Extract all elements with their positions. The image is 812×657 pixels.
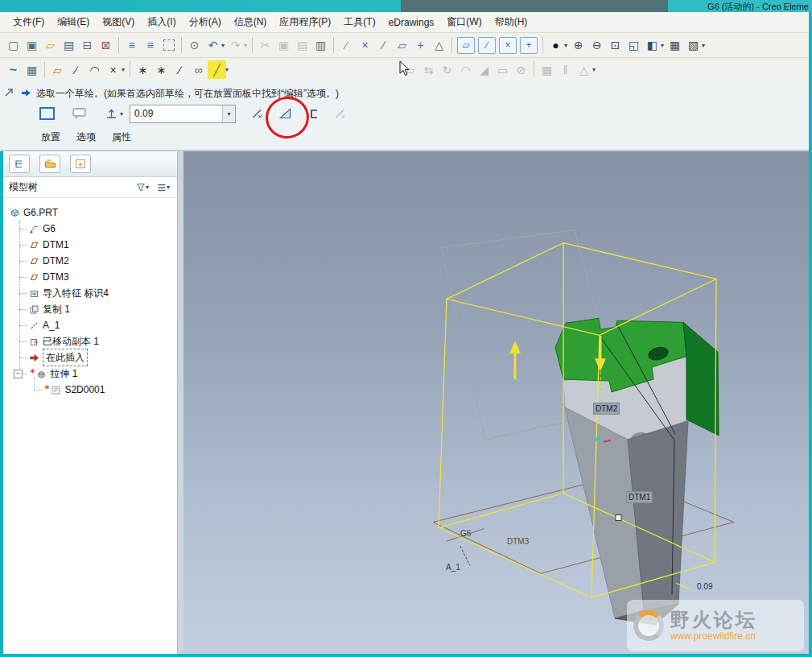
save-icon[interactable]: ▤ <box>60 36 78 55</box>
tree-item-3[interactable]: DTM2 <box>3 253 177 269</box>
select-box-icon[interactable] <box>159 36 178 55</box>
tree-item-7[interactable]: A_1 <box>3 317 177 333</box>
menu-item-10[interactable]: 帮助(H) <box>488 13 534 31</box>
datum-tag-G6[interactable]: G6 <box>459 528 472 539</box>
menu-item-0[interactable]: 文件(F) <box>6 13 51 31</box>
merge-tool-icon[interactable]: ∞ <box>189 60 208 79</box>
tree-item-label[interactable]: 已移动副本 1 <box>43 333 99 349</box>
sketch-collector-button[interactable] <box>37 105 56 123</box>
depth-value-combo[interactable]: 0.09 ▾ <box>130 105 236 123</box>
tree-item-label[interactable]: 复制 1 <box>43 301 70 317</box>
tree-item-label[interactable]: 导入特征 标识4 <box>43 285 109 301</box>
depth-value[interactable]: 0.09 <box>130 108 222 119</box>
dashboard-handle-icon[interactable] <box>4 86 14 101</box>
zoom-out-icon[interactable]: ⊖ <box>587 36 606 55</box>
shading-mode-icon[interactable]: ● <box>546 36 565 55</box>
menu-item-1[interactable]: 编辑(E) <box>51 13 96 31</box>
centerline-tool-icon[interactable]: ∕ <box>171 60 189 79</box>
print-icon[interactable]: ⊟ <box>78 36 97 55</box>
datum-tag-DTM3[interactable]: DTM3 <box>505 536 530 547</box>
sketch-tool-icon[interactable]: ∕ <box>337 36 356 55</box>
tree-item-label[interactable]: A_1 <box>43 317 60 333</box>
depth-type-dropdown[interactable]: ▾ <box>120 110 123 118</box>
tree-item-label[interactable]: 在此插入 <box>43 349 88 366</box>
line-tool-icon[interactable]: ∕ <box>67 60 85 79</box>
new-file-icon[interactable]: ▢ <box>4 36 23 55</box>
tree-filter-button[interactable]: ▾ <box>136 183 150 192</box>
undo-icon[interactable]: ↶ <box>204 36 222 55</box>
menu-item-8[interactable]: eDrawings <box>382 14 441 31</box>
axis-display-toggle[interactable]: ∕ <box>478 37 496 54</box>
options-bubble-button[interactable] <box>69 105 89 123</box>
point-tag-tool-icon[interactable]: ∗ <box>152 60 171 79</box>
dashboard-panel-tab-1[interactable]: 选项 <box>74 130 98 144</box>
dashboard-panel-tab-2[interactable]: 属性 <box>109 130 134 144</box>
depth-type-button[interactable] <box>101 105 121 123</box>
tree-item-6[interactable]: 复制 1 <box>3 301 177 317</box>
open-window-icon[interactable]: ▣ <box>23 36 41 55</box>
sketch-plane-icon[interactable]: ▱ <box>48 60 67 79</box>
flip-depth-direction-button[interactable] <box>247 105 266 123</box>
datum-tag-0.09[interactable]: 0.09 <box>695 581 714 592</box>
datum-tag-DTM1[interactable]: DTM1 <box>626 491 653 503</box>
tree-item-5[interactable]: 导入特征 标识4 <box>3 285 177 301</box>
tree-item-label[interactable]: G6 <box>43 221 56 237</box>
highlight-tool-dropdown[interactable]: ▾ <box>225 66 229 73</box>
favorites-button[interactable]: ∗ <box>70 155 91 173</box>
menu-item-6[interactable]: 应用程序(P) <box>273 13 337 31</box>
datum-csys-tool-icon[interactable]: + <box>411 36 430 55</box>
spline-tool-icon[interactable]: ~ <box>4 60 23 79</box>
navigator-tab-model-tree[interactable] <box>9 155 30 173</box>
point-display-toggle[interactable]: × <box>499 37 517 54</box>
regenerate-custom-icon[interactable]: ≡ <box>141 36 159 55</box>
drag-handle[interactable] <box>616 515 621 521</box>
tree-expander[interactable]: − <box>14 370 23 378</box>
layers-icon-dropdown[interactable]: ▾ <box>702 42 705 49</box>
plane-display-toggle[interactable]: ▱ <box>457 37 475 54</box>
paste-special-icon[interactable]: ▥ <box>311 36 330 55</box>
shading-mode-icon-dropdown[interactable]: ▾ <box>564 42 567 49</box>
zoom-in-icon[interactable]: ⊕ <box>569 36 587 55</box>
tree-item-label[interactable]: S2D0001 <box>64 382 105 398</box>
tree-item-label[interactable]: G6.PRT <box>23 205 58 221</box>
datum-tag-A_1[interactable]: A_1 <box>444 562 462 572</box>
datum-point-tool-icon[interactable]: × <box>356 36 374 55</box>
csys-display-toggle[interactable]: + <box>520 37 538 54</box>
datum-plane-tool-icon[interactable]: ▱ <box>393 36 411 55</box>
saved-views-icon[interactable]: ◧ <box>643 36 662 55</box>
undo-icon-dropdown[interactable]: ▾ <box>221 42 225 49</box>
delete-icon[interactable]: ⊠ <box>97 36 115 55</box>
regenerate-icon[interactable]: ≡ <box>122 36 141 55</box>
zoom-window-icon[interactable]: ⊡ <box>606 36 624 55</box>
find-icon[interactable]: ⊙ <box>185 36 204 55</box>
tree-item-8[interactable]: 已移动副本 1 <box>3 333 177 349</box>
tree-item-label[interactable]: 拉伸 1 <box>50 366 77 382</box>
dashboard-panel-tab-0[interactable]: 放置 <box>39 130 63 144</box>
window-title-bar[interactable]: G6 (活动的) - Creo Eleme <box>0 0 812 12</box>
datum-tag-DTM2[interactable]: DTM2 <box>593 403 620 415</box>
highlight-tool-icon[interactable]: ╱ <box>208 60 226 79</box>
tree-item-label[interactable]: DTM1 <box>43 237 69 253</box>
tree-item-label[interactable]: DTM2 <box>43 253 69 269</box>
tree-item-2[interactable]: DTM1 <box>3 237 177 253</box>
tree-item-0[interactable]: G6.PRT <box>3 205 177 221</box>
sketch-grid-icon[interactable]: ▦ <box>23 60 41 79</box>
axis-point-tool-icon[interactable]: ∗ <box>134 60 152 79</box>
folder-browser-button[interactable] <box>39 155 60 173</box>
menu-item-5[interactable]: 信息(N) <box>228 13 274 31</box>
tree-item-1[interactable]: G6 <box>3 221 177 237</box>
tree-item-4[interactable]: DTM3 <box>3 269 177 285</box>
view-manager-icon[interactable]: ▦ <box>666 36 684 55</box>
layers-icon[interactable]: ▧ <box>684 36 703 55</box>
3d-viewport[interactable]: DTM2DTM1DTM3G6A_10.09 野火论坛 www.proewildf… <box>183 151 809 654</box>
menu-item-3[interactable]: 插入(I) <box>141 13 182 31</box>
menu-item-9[interactable]: 窗口(W) <box>440 13 488 31</box>
line-tool-dropdown[interactable]: ▾ <box>122 66 125 73</box>
analysis-tool-icon[interactable]: △ <box>430 36 448 55</box>
point-tool-icon[interactable]: × <box>104 60 122 79</box>
refit-icon[interactable]: ◱ <box>624 36 643 55</box>
open-folder-icon[interactable]: ▱ <box>41 36 60 55</box>
datum-axis-tool-icon[interactable]: ∕ <box>374 36 393 55</box>
saved-views-icon-dropdown[interactable]: ▾ <box>661 42 664 49</box>
tree-item-10[interactable]: −∗拉伸 1 <box>3 366 177 382</box>
